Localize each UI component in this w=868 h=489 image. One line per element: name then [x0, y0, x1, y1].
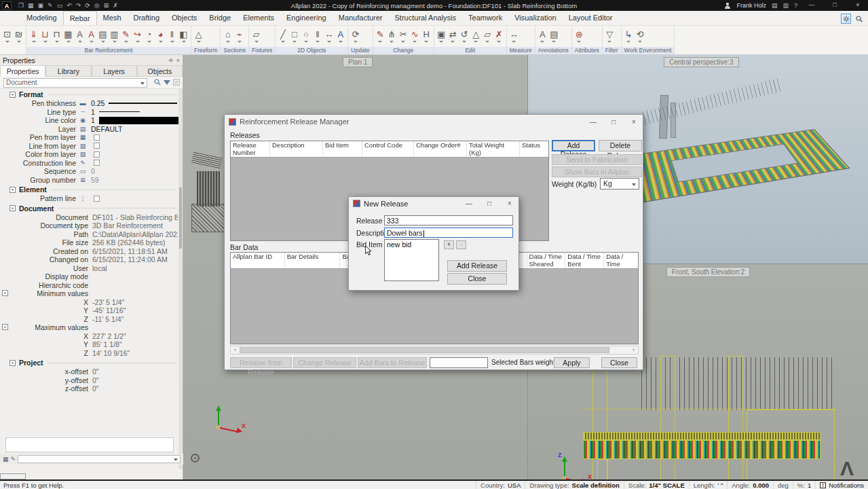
viewport-plan-label[interactable]: Plan 1 [343, 57, 373, 67]
status-percent[interactable]: %:1 [793, 481, 815, 489]
row-color-from-layer[interactable]: Color from layer▨ [0, 150, 179, 159]
tools-icon[interactable]: ✗ [113, 2, 118, 9]
tab-teamwork[interactable]: Teamwork [462, 11, 508, 25]
filter-icon[interactable] [164, 80, 170, 85]
release-number-input[interactable] [384, 215, 513, 225]
change-release-button[interactable]: Change Release [293, 357, 356, 368]
collapse-icon[interactable] [10, 187, 16, 193]
lay-bars-icon[interactable]: ⊔ [39, 29, 51, 45]
work-env-reset-icon[interactable]: ⟲ [635, 29, 646, 45]
allplan-logo-icon[interactable]: A [2, 1, 12, 10]
close-button[interactable]: Close [447, 273, 507, 285]
abc-text-icon[interactable]: A [537, 29, 548, 45]
mesh-bars-icon[interactable]: ▦ [62, 29, 74, 45]
minimize-button[interactable]: — [803, 0, 820, 11]
save-icon[interactable]: ▣ [38, 2, 44, 9]
new-release-titlebar[interactable]: New Release — □ × [349, 197, 518, 210]
section-document[interactable]: Document [0, 204, 179, 213]
search-icon[interactable] [154, 79, 161, 86]
send-to-fabrication-button[interactable]: Send to Fabrication [552, 154, 642, 165]
remove-bid-button[interactable]: - [456, 240, 466, 249]
panel-input-box[interactable] [5, 437, 174, 452]
measure-icon[interactable]: ↔ [508, 29, 520, 45]
add-bid-button[interactable]: + [444, 240, 454, 249]
stretch-icon[interactable]: ▱ [482, 29, 493, 45]
tab-bridge[interactable]: Bridge [203, 11, 237, 25]
apply-button[interactable]: Apply [554, 357, 590, 368]
row-line-color[interactable]: Line color◉1 [0, 116, 179, 125]
tab-mesh[interactable]: Mesh [97, 11, 128, 25]
tab-objects[interactable]: Objects [166, 11, 203, 25]
bar-pair-icon[interactable]: ‖ [166, 29, 178, 45]
legend-abc-icon[interactable]: A [74, 29, 86, 45]
construction-line-checkbox[interactable] [94, 160, 100, 166]
grid-icon[interactable]: ▦ [3, 456, 9, 463]
collapse-icon[interactable] [2, 324, 8, 330]
parallel-lines-icon[interactable]: ‖ [312, 29, 323, 45]
minimize-button[interactable]: — [588, 118, 598, 126]
schedule-abc-icon[interactable]: A [86, 29, 97, 45]
gear-icon[interactable] [841, 14, 851, 24]
plan-navigation-icon[interactable] [191, 454, 200, 463]
shop-icon[interactable]: ▥ [782, 2, 789, 9]
list-item[interactable]: new bid [387, 240, 436, 249]
redo-icon[interactable]: ↷ [76, 2, 81, 9]
row-pattern-line[interactable]: Pattern line⋮ [0, 194, 179, 203]
release-manager-titlebar[interactable]: Reinforcement Release Manager — □ × [225, 115, 643, 128]
span-bars-icon[interactable]: ⊓ [51, 29, 62, 45]
remove-from-release-button[interactable]: Remove from Release [230, 357, 292, 368]
place-bar-icon[interactable]: ⇓ [28, 29, 39, 45]
report-icon[interactable]: ▤ [97, 29, 109, 45]
row-pen-thickness[interactable]: Pen thickness▬0.25 [0, 99, 179, 108]
edit-icon[interactable]: ✎ [48, 2, 53, 9]
pattern-line-checkbox[interactable] [94, 196, 100, 202]
comment-icon[interactable]: ▭ [57, 2, 63, 9]
line-from-layer-checkbox[interactable] [94, 143, 100, 149]
section-line-icon[interactable]: ⌁ [233, 29, 245, 45]
show-bars-button[interactable]: Show Bars in Allplan [552, 166, 642, 177]
status-angle[interactable]: Angle:0.000 [727, 481, 773, 489]
sync-icon[interactable]: ⟳ [85, 2, 90, 9]
undo-icon[interactable]: ↶ [67, 2, 72, 9]
text-icon[interactable]: A [335, 29, 346, 45]
section-view-icon[interactable]: ⌂ [222, 29, 233, 45]
tab-rebar[interactable]: Rebar [63, 11, 97, 25]
close-button[interactable]: × [849, 0, 867, 11]
rectangle-icon[interactable]: □ [288, 29, 300, 45]
add-release-button[interactable]: Add Release [552, 140, 595, 151]
rotate-icon[interactable]: ↺ [459, 29, 470, 45]
task-board-icon[interactable]: ⊡ [1, 29, 13, 45]
move-icon[interactable]: ⇄ [447, 29, 459, 45]
status-scale[interactable]: Scale:1/4" SCALE [624, 481, 689, 489]
row-group-number[interactable]: Group number⊞59 [0, 176, 179, 185]
pen-from-layer-checkbox[interactable] [94, 134, 100, 141]
tab-elements[interactable]: Elements [237, 11, 280, 25]
delete-release-button[interactable]: Delete Release [599, 140, 642, 151]
tab-structural-analysis[interactable]: Structural Analysis [389, 11, 462, 25]
section-format[interactable]: Format [0, 90, 179, 99]
viewport-elevation-label[interactable]: Front, South Elevation:2 [666, 267, 750, 277]
horizontal-scrollbar[interactable]: ‹ › [230, 346, 639, 355]
row-line-type[interactable]: Line type┄1 [0, 108, 179, 117]
panel-scrollbar[interactable] [178, 89, 183, 469]
time-stamp-icon[interactable]: ◔ [143, 29, 155, 45]
filter-icon[interactable]: ▽ [604, 29, 616, 45]
pencil-icon[interactable]: ✎ [375, 29, 386, 45]
panel-close-icon[interactable]: × [176, 57, 180, 64]
tab-engineering[interactable]: Engineering [280, 11, 333, 25]
user-name[interactable]: Frank Holz [736, 2, 766, 9]
tab-visualization[interactable]: Visualization [508, 11, 563, 25]
scope-select[interactable]: Document [3, 78, 147, 88]
status-notifications[interactable]: !Notifications [815, 481, 868, 489]
tab-layout-editor[interactable]: Layout Editor [563, 11, 619, 25]
viewport-perspective-label[interactable]: Central perspective:3 [664, 57, 739, 67]
section-element[interactable]: Element [0, 185, 179, 194]
line-icon[interactable]: ╱ [277, 29, 288, 45]
row-minimum-values[interactable]: Minimum values [0, 289, 179, 298]
tab-layers[interactable]: Layers [92, 65, 137, 77]
update-icon[interactable]: ⟳ [350, 29, 361, 45]
close-button[interactable]: × [629, 118, 639, 126]
time-stamp2-icon[interactable]: ◕ [155, 29, 166, 45]
pin-icon[interactable]: ✛ [168, 57, 174, 64]
new-document-icon[interactable]: ❐ [18, 2, 24, 9]
